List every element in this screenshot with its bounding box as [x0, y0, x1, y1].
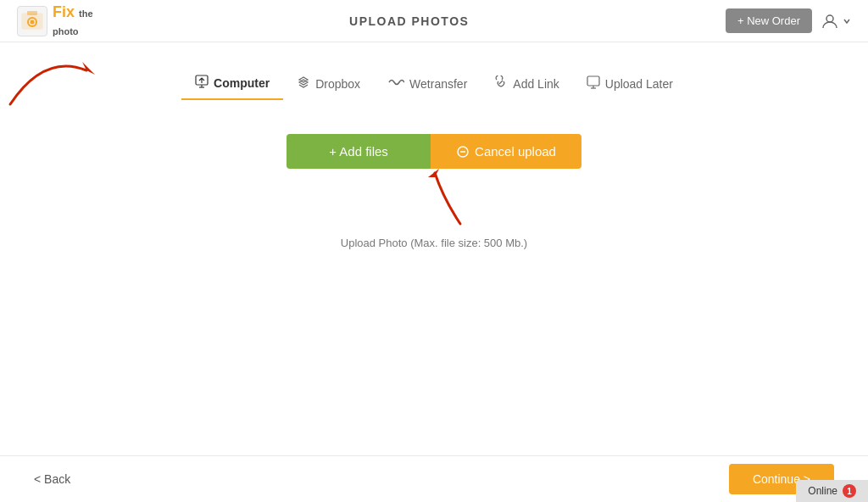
cancel-upload-label: Cancel upload: [475, 144, 556, 159]
online-badge: Online 1: [796, 480, 868, 502]
tab-dropbox-label: Dropbox: [315, 77, 360, 91]
add-files-button[interactable]: + Add files: [287, 134, 431, 169]
wetransfer-icon: [387, 76, 404, 92]
online-count: 1: [843, 484, 856, 498]
logo-icon: [17, 6, 47, 36]
tab-dropbox[interactable]: Dropbox: [283, 69, 374, 99]
cancel-icon: [456, 145, 470, 159]
new-order-button[interactable]: + New Order: [726, 8, 812, 33]
tab-add-link-label: Add Link: [513, 77, 559, 91]
tab-wetransfer[interactable]: Wetransfer: [374, 70, 481, 98]
footer: < Back Continue >: [0, 455, 868, 502]
main-content: Computer Dropbox Wetransfer: [0, 42, 868, 249]
logo: Fix thephoto: [17, 3, 93, 39]
tab-upload-later[interactable]: Upload Later: [573, 69, 687, 99]
user-account-button[interactable]: [821, 12, 851, 31]
upload-note: Upload Photo (Max. file size: 500 Mb.): [341, 237, 527, 249]
cancel-upload-button[interactable]: Cancel upload: [431, 134, 581, 169]
back-button[interactable]: < Back: [34, 472, 70, 486]
dropbox-icon: [297, 75, 310, 92]
computer-upload-icon: [195, 75, 209, 92]
svg-marker-14: [428, 169, 439, 177]
tab-computer-label: Computer: [214, 76, 270, 90]
header-title: UPLOAD PHOTOS: [349, 14, 469, 28]
user-icon: [821, 12, 839, 31]
header: Fix thephoto UPLOAD PHOTOS + New Order: [0, 0, 868, 42]
online-label: Online: [808, 485, 837, 497]
red-arrow-cancel: [418, 165, 494, 228]
tab-add-link[interactable]: Add Link: [481, 69, 572, 99]
logo-text: Fix thephoto: [53, 3, 93, 39]
red-arrow-computer: [2, 45, 103, 113]
svg-point-3: [31, 20, 35, 24]
upload-tabs: Computer Dropbox Wetransfer: [181, 68, 687, 100]
upload-buttons-container: + Add files Cancel upload: [287, 134, 581, 169]
tab-computer[interactable]: Computer: [181, 68, 283, 100]
link-icon: [494, 75, 508, 92]
svg-rect-1: [27, 11, 37, 15]
header-actions: + New Order: [726, 8, 851, 33]
tab-upload-later-label: Upload Later: [605, 77, 673, 91]
svg-rect-8: [587, 76, 599, 86]
svg-point-4: [826, 15, 833, 22]
chevron-down-icon: [843, 17, 851, 25]
tab-wetransfer-label: Wetransfer: [409, 77, 467, 91]
upload-later-icon: [587, 75, 600, 92]
